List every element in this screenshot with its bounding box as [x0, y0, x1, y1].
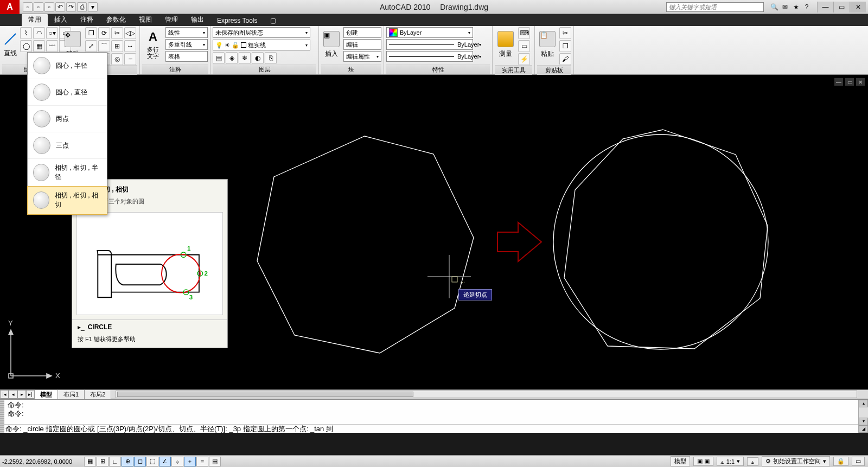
- qat-undo-icon[interactable]: ↶: [55, 2, 65, 12]
- tab-home[interactable]: 常用: [22, 14, 48, 26]
- circle-ttr[interactable]: 相切 , 相切 , 半径: [28, 159, 107, 187]
- trim-icon[interactable]: ✂: [111, 27, 123, 39]
- layout-tab-2[interactable]: 布局2: [85, 390, 111, 399]
- grid-toggle[interactable]: ⊞: [97, 457, 108, 466]
- layout-first-button[interactable]: |◂: [0, 390, 9, 399]
- lineweight-combo[interactable]: ByLayer▾: [386, 39, 473, 50]
- qat-open-icon[interactable]: ▫: [34, 2, 43, 12]
- tab-annotate[interactable]: 注释: [74, 14, 100, 26]
- layout-next-button[interactable]: ▸: [17, 390, 26, 399]
- scroll-up-icon[interactable]: ▴: [859, 400, 868, 407]
- tab-extra-icon[interactable]: ▢: [264, 15, 283, 26]
- qat-more-icon[interactable]: ▾: [88, 2, 98, 12]
- minimize-button[interactable]: —: [817, 2, 833, 12]
- select-icon[interactable]: ▭: [518, 40, 530, 52]
- doc-close-button[interactable]: ✕: [856, 78, 865, 86]
- dim-linear-button[interactable]: 线性▾: [165, 27, 208, 38]
- close-button[interactable]: ✕: [850, 2, 866, 12]
- tab-insert[interactable]: 插入: [48, 14, 74, 26]
- calc-icon[interactable]: ⌨: [518, 27, 530, 39]
- fillet-icon[interactable]: ⌒: [98, 40, 110, 52]
- lwt-toggle[interactable]: ≡: [196, 457, 208, 466]
- measure-button[interactable]: 测量: [495, 27, 516, 62]
- tab-output[interactable]: 输出: [184, 14, 210, 26]
- copy-clip-icon[interactable]: ❐: [559, 40, 571, 52]
- dyn-toggle[interactable]: +: [184, 457, 196, 466]
- annovis-toggle[interactable]: ⟁: [747, 457, 758, 466]
- stretch-icon[interactable]: ↔: [124, 40, 136, 52]
- doc-minimize-button[interactable]: —: [834, 78, 843, 86]
- paste-button[interactable]: 📋 粘贴: [537, 27, 558, 62]
- layer-off-icon[interactable]: ◐: [252, 52, 264, 64]
- hatch-icon[interactable]: ▦: [33, 40, 45, 52]
- layer-freeze-icon[interactable]: ❄: [239, 52, 251, 64]
- circle-center-radius[interactable]: 圆心 , 半径: [28, 53, 107, 79]
- layout-prev-button[interactable]: ◂: [9, 390, 17, 399]
- snap-toggle[interactable]: ▦: [84, 457, 96, 466]
- binoculars-icon[interactable]: 🔍: [769, 2, 779, 12]
- app-logo[interactable]: A: [0, 0, 20, 14]
- help-icon[interactable]: ?: [802, 2, 812, 12]
- layer-prop-icon[interactable]: ▤: [213, 52, 225, 64]
- ducs-toggle[interactable]: ⟐: [171, 457, 183, 466]
- otrack-toggle[interactable]: ∠: [159, 457, 171, 466]
- qat-new-icon[interactable]: ▫: [23, 2, 33, 12]
- tab-manage[interactable]: 管理: [158, 14, 184, 26]
- cmd-scrollbar[interactable]: ▴ ▾ ◢: [858, 400, 868, 433]
- line-button[interactable]: 直线: [2, 27, 18, 62]
- cmd-input-line[interactable]: 命令: _circle 指定圆的圆心或 [三点(3P)/两点(2P)/切点、切点…: [0, 424, 858, 433]
- join-icon[interactable]: ⎓: [124, 53, 136, 65]
- block-create-button[interactable]: 创建: [343, 27, 381, 38]
- horizontal-scrollbar[interactable]: [116, 391, 857, 398]
- scale-icon[interactable]: ⤢: [85, 40, 97, 52]
- qp-toggle[interactable]: ▤: [209, 457, 221, 466]
- model-paper-toggle[interactable]: 模型: [671, 456, 690, 466]
- block-edit-button[interactable]: 编辑: [343, 39, 381, 50]
- rotate-icon[interactable]: ⟳: [98, 27, 110, 39]
- arc-icon[interactable]: ◠: [33, 27, 45, 39]
- mleader-button[interactable]: 多重引线▾: [165, 39, 208, 50]
- polar-toggle[interactable]: ⊕: [122, 457, 133, 466]
- toolbar-lock-icon[interactable]: 🔒: [833, 457, 848, 466]
- layout-tab-model[interactable]: 模型: [35, 390, 58, 399]
- match-prop-icon[interactable]: 🖌: [559, 53, 571, 65]
- maximize-button[interactable]: ▭: [833, 2, 850, 12]
- cut-icon[interactable]: ✂: [559, 27, 571, 39]
- tab-express[interactable]: Express Tools: [210, 15, 264, 26]
- workspace-switcher[interactable]: ⚙ 初始设置工作空间 ▾: [762, 456, 830, 466]
- annoscale-display[interactable]: ⟁ 1:1 ▾: [717, 457, 744, 466]
- block-attedit-button[interactable]: 编辑属性▾: [343, 51, 381, 62]
- layer-match-icon[interactable]: ⎘: [265, 52, 277, 64]
- array-icon[interactable]: ⊞: [111, 40, 123, 52]
- table-button[interactable]: 表格: [165, 51, 208, 62]
- current-layer-combo[interactable]: 💡 ☀ 🔓 粗实线 ▾: [213, 40, 310, 50]
- comm-center-icon[interactable]: ✉: [780, 2, 790, 12]
- linetype-combo[interactable]: ByLayer▾: [386, 51, 473, 62]
- insert-block-button[interactable]: ▣ 插入: [321, 27, 342, 62]
- pline-icon[interactable]: ⌇: [20, 27, 32, 39]
- mtext-button[interactable]: A 多行 文字: [142, 27, 164, 62]
- color-combo[interactable]: ByLayer▾: [386, 27, 473, 38]
- circle-button[interactable]: ○▾: [46, 27, 58, 39]
- scroll-corner-icon[interactable]: ◢: [859, 425, 868, 433]
- offset-icon[interactable]: ◎: [111, 53, 123, 65]
- qat-save-icon[interactable]: ▫: [44, 2, 54, 12]
- ellipse-icon[interactable]: ◯: [20, 40, 32, 52]
- circle-ttt[interactable]: 相切 , 相切 , 相切: [28, 187, 107, 214]
- ortho-toggle[interactable]: ∟: [109, 457, 121, 466]
- 3dosnap-toggle[interactable]: ⬚: [146, 457, 158, 466]
- circle-3point[interactable]: 三点: [28, 132, 107, 159]
- layer-state-combo[interactable]: 未保存的图层状态▾: [213, 27, 310, 38]
- layer-iso-icon[interactable]: ◈: [226, 52, 238, 64]
- tab-parametric[interactable]: 参数化: [100, 14, 132, 26]
- qat-print-icon[interactable]: ⎙: [77, 2, 87, 12]
- doc-restore-button[interactable]: ▭: [845, 78, 854, 86]
- circle-2point[interactable]: 两点: [28, 106, 107, 132]
- layout-last-button[interactable]: ▸|: [26, 390, 35, 399]
- layout-tab-1[interactable]: 布局1: [58, 390, 85, 399]
- star-icon[interactable]: ★: [791, 2, 801, 12]
- coordinates-display[interactable]: -2.2592, 220.6982, 0.0000: [0, 458, 84, 465]
- command-window[interactable]: 命令: 命令: 命令: _circle 指定圆的圆心或 [三点(3P)/两点(2…: [0, 399, 868, 433]
- copy-icon[interactable]: ❐: [85, 27, 97, 39]
- circle-center-diameter[interactable]: 圆心 , 直径: [28, 79, 107, 106]
